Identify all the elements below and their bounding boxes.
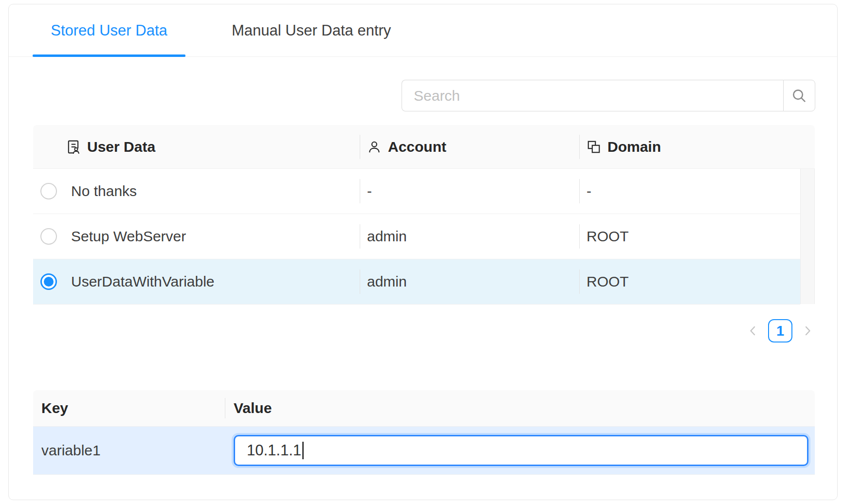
search-input[interactable] bbox=[402, 80, 783, 111]
column-header-key: Key bbox=[33, 400, 225, 416]
radio-unchecked-icon[interactable] bbox=[40, 183, 57, 199]
cell-domain: ROOT bbox=[579, 273, 800, 290]
table-row[interactable]: No thanks - - bbox=[33, 169, 800, 214]
pagination: 1 bbox=[9, 319, 815, 342]
variable-value-cell: 10.1.1.1 bbox=[225, 435, 815, 466]
cell-account: admin bbox=[360, 228, 579, 245]
table-header: User Data Account Domain bbox=[33, 125, 815, 169]
cell-account: admin bbox=[360, 273, 579, 290]
pagination-next-button[interactable] bbox=[800, 319, 815, 342]
column-header-value: Value bbox=[225, 400, 815, 416]
person-icon bbox=[367, 140, 382, 154]
table-row[interactable]: Setup WebServer admin ROOT bbox=[33, 214, 800, 259]
user-data-card-icon bbox=[66, 140, 81, 154]
search-button[interactable] bbox=[783, 80, 815, 111]
cell-domain: - bbox=[579, 183, 800, 199]
radio-unchecked-icon[interactable] bbox=[40, 228, 57, 245]
table-body: No thanks - - Setup WebServer admin ROOT… bbox=[33, 169, 815, 305]
overlapping-squares-icon bbox=[587, 140, 601, 154]
key-value-row: variable1 10.1.1.1 bbox=[33, 427, 815, 475]
chevron-right-icon bbox=[801, 324, 814, 338]
search-icon bbox=[791, 88, 807, 104]
text-cursor bbox=[302, 442, 304, 459]
table-row[interactable]: UserDataWithVariable admin ROOT bbox=[33, 259, 800, 305]
table-scrollbar-track[interactable] bbox=[800, 169, 815, 304]
column-header-domain-label: Domain bbox=[607, 139, 661, 155]
column-header-user-data-label: User Data bbox=[87, 139, 155, 155]
column-header-domain: Domain bbox=[579, 139, 800, 155]
key-value-table: Key Value variable1 10.1.1.1 bbox=[33, 390, 815, 475]
tab-bar: Stored User Data Manual User Data entry bbox=[9, 4, 837, 57]
cell-account: - bbox=[360, 183, 579, 199]
user-data-dialog: Stored User Data Manual User Data entry bbox=[8, 4, 838, 500]
cell-user-data: UserDataWithVariable bbox=[64, 273, 360, 290]
tab-manual-user-data-entry[interactable]: Manual User Data entry bbox=[232, 4, 391, 56]
radio-checked-icon[interactable] bbox=[40, 273, 57, 290]
variable-key-label: variable1 bbox=[33, 442, 225, 459]
pagination-prev-button[interactable] bbox=[746, 319, 760, 342]
cell-user-data: No thanks bbox=[64, 183, 360, 199]
column-header-user-data: User Data bbox=[64, 139, 360, 155]
tab-stored-user-data-label: Stored User Data bbox=[51, 22, 167, 39]
tab-manual-user-data-entry-label: Manual User Data entry bbox=[232, 22, 391, 39]
column-header-account: Account bbox=[360, 139, 579, 155]
cell-user-data: Setup WebServer bbox=[64, 228, 360, 245]
column-header-account-label: Account bbox=[388, 139, 446, 155]
variable-value-text: 10.1.1.1 bbox=[247, 442, 301, 459]
key-value-header: Key Value bbox=[33, 390, 815, 427]
search-box bbox=[402, 80, 815, 111]
pagination-page-1[interactable]: 1 bbox=[768, 319, 792, 342]
user-data-table: User Data Account Domain bbox=[33, 125, 815, 305]
cell-domain: ROOT bbox=[579, 228, 800, 245]
search-row bbox=[9, 57, 837, 125]
chevron-left-icon bbox=[746, 324, 760, 338]
variable-value-input[interactable]: 10.1.1.1 bbox=[234, 435, 808, 466]
tab-stored-user-data[interactable]: Stored User Data bbox=[33, 4, 185, 56]
